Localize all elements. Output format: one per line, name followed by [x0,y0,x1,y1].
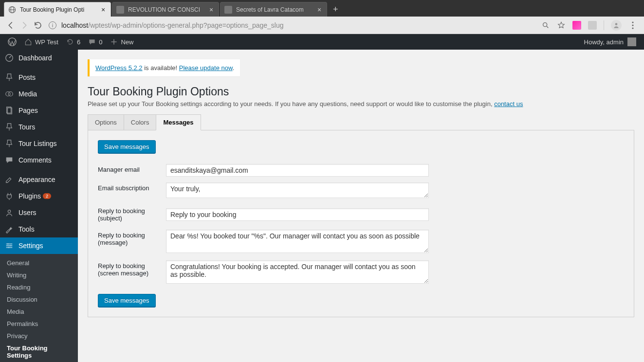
sidebar-item-label: Tour Listings [18,140,57,147]
notice-text: is available! [143,64,179,72]
url-host: localhost [61,21,88,29]
svg-point-10 [632,27,633,29]
sidebar-item-label: Users [18,209,37,217]
wp-version-link[interactable]: WordPress 5.2.2 [95,64,143,72]
browser-tab[interactable]: Tour Booking Plugin Opti × [4,2,111,17]
settings-icon [5,241,15,250]
field-label: Reply to booking (message) [98,227,166,257]
url-field[interactable]: i localhost/wptest/wp-admin/options-gene… [49,21,537,29]
browser-tab[interactable]: REVOLUTION OF CONSCI × [112,2,219,17]
bookmark-star-icon[interactable] [557,21,566,30]
sidebar-item-label: Appearance [18,176,55,183]
tab-title: Tour Booking Plugin Opti [20,6,100,13]
updates-link[interactable]: 6 [62,34,84,50]
kebab-menu-icon[interactable] [628,21,637,30]
new-content-link[interactable]: New [106,34,137,50]
email-subscription-input[interactable]: Your truly, [166,182,429,198]
close-icon[interactable]: × [316,6,323,14]
sidebar-subitem-reading[interactable]: Reading [0,281,78,293]
svg-rect-18 [6,244,13,245]
plus-icon [110,38,118,46]
extension-icon[interactable] [572,21,581,30]
browser-tab-strip: Tour Booking Plugin Opti × REVOLUTION OF… [0,0,644,17]
comments-link[interactable]: 0 [84,34,106,50]
site-name-link[interactable]: WP Test [20,34,62,50]
manager-email-input[interactable] [166,164,429,177]
pin-icon [5,139,15,148]
sidebar-item-tour-listings[interactable]: Tour Listings [0,135,78,152]
sidebar-subitem-general[interactable]: General [0,257,78,269]
url-path: /wptest/wp-admin/options-general.php?pag… [88,21,283,29]
admin-sidebar: DashboardPostsMediaPagesToursTour Listin… [0,50,78,362]
sidebar-subitem-media[interactable]: Media [0,306,78,318]
svg-line-6 [547,26,548,28]
sidebar-subitem-writing[interactable]: Writing [0,269,78,281]
sidebar-item-label: Comments [18,156,52,164]
close-icon[interactable]: × [208,6,215,14]
wp-admin-bar: WP Test 6 0 New Howdy, admin [0,34,644,50]
sidebar-item-label: Tours [18,123,35,131]
plugin-icon [5,192,15,200]
site-info-icon[interactable]: i [49,21,56,29]
sidebar-item-comments[interactable]: Comments [0,152,78,168]
sidebar-subitem-discussion[interactable]: Discussion [0,293,78,306]
sidebar-item-plugins[interactable]: Plugins2 [0,188,78,204]
address-bar: i localhost/wptest/wp-admin/options-gene… [0,17,644,34]
sidebar-item-label: Dashboard [18,54,52,62]
sidebar-item-label: Pages [18,107,38,114]
field-label: Email subscription [98,180,166,202]
dashboard-icon [5,54,15,62]
page-title: Tour Booking Plugin Options [88,85,634,98]
save-messages-button[interactable]: Save messages [98,140,156,153]
sidebar-subitem-permalinks[interactable]: Permalinks [0,318,78,330]
field-label: Reply to booking (subject) [98,202,166,227]
tab-options[interactable]: Options [88,114,124,130]
sidebar-subitem-tour-booking-settings[interactable]: Tour Booking Settings [0,342,78,362]
profile-avatar-icon[interactable] [611,20,622,31]
tab-nav: OptionsColorsMessages [88,114,634,130]
sidebar-subitem-privacy[interactable]: Privacy [0,330,78,342]
sidebar-item-pages[interactable]: Pages [0,102,78,119]
svg-point-13 [6,92,10,96]
new-tab-button[interactable]: + [328,2,343,17]
reply-subject-input[interactable] [166,208,429,221]
reply-screen-input[interactable]: Congratulations! Your booking is accepte… [166,260,429,284]
reload-button[interactable] [31,18,45,32]
tab-colors[interactable]: Colors [124,114,157,130]
sidebar-item-dashboard[interactable]: Dashboard [0,50,78,66]
tab-messages[interactable]: Messages [156,114,201,130]
close-icon[interactable]: × [100,6,107,14]
globe-icon [8,6,16,14]
sidebar-item-posts[interactable]: Posts [0,69,78,86]
back-button[interactable] [4,18,18,32]
save-messages-button[interactable]: Save messages [98,294,156,307]
separator [604,20,604,30]
svg-rect-19 [6,245,13,246]
tab-title: Secrets of Lavra Catacom [236,6,316,13]
browser-tab[interactable]: Secrets of Lavra Catacom × [220,2,327,17]
account-menu[interactable]: Howdy, admin [580,37,640,46]
sidebar-item-media[interactable]: Media [0,86,78,102]
zoom-icon[interactable] [541,21,550,30]
sidebar-item-users[interactable]: Users [0,204,78,221]
svg-point-23 [8,247,10,248]
sidebar-item-appearance[interactable]: Appearance [0,171,78,188]
sidebar-item-tours[interactable]: Tours [0,119,78,135]
appearance-icon [5,175,15,184]
wp-logo-icon[interactable] [4,34,20,50]
update-badge: 2 [43,193,51,199]
reply-message-input[interactable]: Dear %s! You booked tour "%s". Our manag… [166,230,429,253]
field-label: Manager email [98,161,166,180]
svg-point-5 [543,22,547,26]
extension-icon[interactable] [588,21,597,30]
contact-us-link[interactable]: contact us [494,100,523,108]
sidebar-item-tools[interactable]: Tools [0,221,78,237]
svg-point-22 [10,245,11,247]
forward-button[interactable] [18,18,31,32]
update-now-link[interactable]: Please update now [179,64,233,72]
sidebar-item-settings[interactable]: Settings [0,237,78,254]
svg-point-17 [8,210,10,213]
page-description: Please set up your Tour Booking settings… [88,100,634,108]
pin-icon [5,123,15,131]
svg-point-8 [632,21,633,23]
